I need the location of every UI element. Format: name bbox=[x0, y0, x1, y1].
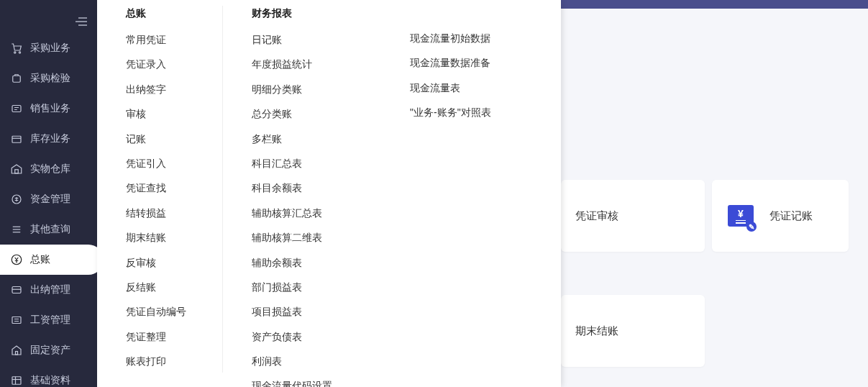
submenu-heading-ledger: 总账 bbox=[110, 6, 209, 27]
warehouse-icon bbox=[10, 163, 23, 176]
submenu-ledger-item-0[interactable]: 常用凭证 bbox=[110, 27, 209, 52]
submenu-report-item-8[interactable]: 辅助核算二维表 bbox=[236, 225, 368, 250]
card-label: 凭证审核 bbox=[575, 209, 618, 223]
submenu-report-item-13[interactable]: 利润表 bbox=[236, 349, 368, 373]
sidebar-item-payroll[interactable]: 工资管理 bbox=[0, 305, 97, 335]
sidebar-label: 工资管理 bbox=[30, 314, 70, 327]
main-sidebar: 采购业务 采购检验 销售业务 库存业务 实物仓库 资金管理 其他 bbox=[0, 0, 97, 387]
svg-rect-6 bbox=[12, 106, 21, 112]
submenu-ledger-item-12[interactable]: 凭证整理 bbox=[110, 324, 209, 349]
sidebar-item-purchase[interactable]: 采购业务 bbox=[0, 33, 97, 63]
submenu-ledger-item-13[interactable]: 账表打印 bbox=[110, 349, 209, 373]
svg-rect-5 bbox=[13, 76, 21, 82]
cashier-icon bbox=[10, 283, 23, 296]
svg-rect-15 bbox=[12, 287, 21, 293]
voucher-post-icon: ¥ ✎ bbox=[726, 201, 755, 230]
ledger-submenu-panel: 总账 常用凭证凭证录入出纳签字审核记账凭证引入凭证查找结转损益期末结账反审核反结… bbox=[97, 0, 561, 387]
sidebar-item-sales[interactable]: 销售业务 bbox=[0, 94, 97, 124]
submenu-column-reports: 财务报表 日记账年度损益统计明细分类账总分类账多栏账科目汇总表科目余额表辅助核算… bbox=[223, 6, 381, 373]
submenu-heading-reports: 财务报表 bbox=[236, 6, 368, 27]
sidebar-label: 其他查询 bbox=[30, 223, 70, 236]
sidebar-collapse-button[interactable] bbox=[0, 9, 97, 33]
svg-rect-9 bbox=[15, 170, 19, 173]
submenu-report-item-4[interactable]: 多栏账 bbox=[236, 127, 368, 151]
inspect-icon bbox=[10, 72, 23, 85]
sidebar-label: 基础资料 bbox=[30, 374, 70, 387]
cart-icon bbox=[10, 42, 23, 55]
svg-point-4 bbox=[19, 52, 20, 53]
svg-rect-18 bbox=[16, 352, 18, 355]
submenu-report-item-9[interactable]: 辅助余额表 bbox=[236, 250, 368, 275]
submenu-report-item-14[interactable]: 现金流量代码设置 bbox=[236, 373, 368, 387]
svg-rect-19 bbox=[12, 377, 21, 385]
submenu-ledger-item-3[interactable]: 审核 bbox=[110, 101, 209, 126]
sidebar-label: 资金管理 bbox=[30, 193, 70, 206]
submenu-cashflow-item-2[interactable]: 现金流量表 bbox=[394, 76, 526, 100]
svg-point-3 bbox=[14, 52, 16, 53]
building-icon bbox=[10, 344, 23, 357]
submenu-ledger-item-1[interactable]: 凭证录入 bbox=[110, 52, 209, 76]
sidebar-item-funds[interactable]: 资金管理 bbox=[0, 184, 97, 214]
submenu-report-item-3[interactable]: 总分类账 bbox=[236, 101, 368, 126]
svg-rect-17 bbox=[12, 317, 21, 324]
sidebar-label: 采购业务 bbox=[30, 42, 70, 55]
submenu-cashflow-item-0[interactable]: 现金流量初始数据 bbox=[394, 26, 526, 50]
submenu-report-item-0[interactable]: 日记账 bbox=[236, 27, 368, 52]
submenu-ledger-item-4[interactable]: 记账 bbox=[110, 127, 209, 151]
sidebar-label: 销售业务 bbox=[30, 102, 70, 115]
submenu-ledger-item-10[interactable]: 反结账 bbox=[110, 275, 209, 299]
payroll-icon bbox=[10, 314, 23, 327]
sidebar-label: 采购检验 bbox=[30, 72, 70, 85]
submenu-report-item-1[interactable]: 年度损益统计 bbox=[236, 52, 368, 76]
card-label: 凭证记账 bbox=[769, 209, 813, 223]
sidebar-item-other-query[interactable]: 其他查询 bbox=[0, 214, 97, 245]
submenu-report-item-5[interactable]: 科目汇总表 bbox=[236, 151, 368, 176]
submenu-ledger-item-11[interactable]: 凭证自动编号 bbox=[110, 299, 209, 324]
ledger-icon bbox=[10, 253, 23, 266]
submenu-ledger-item-9[interactable]: 反审核 bbox=[110, 250, 209, 275]
sidebar-label: 总账 bbox=[30, 253, 50, 266]
list-icon bbox=[10, 223, 23, 236]
sidebar-item-inventory[interactable]: 库存业务 bbox=[0, 124, 97, 154]
sidebar-label: 出纳管理 bbox=[30, 283, 70, 296]
sidebar-label: 实物仓库 bbox=[30, 163, 70, 176]
card-label: 期末结账 bbox=[575, 324, 618, 338]
submenu-cashflow-item-3[interactable]: "业务-账务"对照表 bbox=[394, 100, 526, 124]
sales-icon bbox=[10, 102, 23, 115]
submenu-report-item-12[interactable]: 资产负债表 bbox=[236, 324, 368, 349]
funds-icon bbox=[10, 193, 23, 206]
card-period-close[interactable]: 期末结账 bbox=[561, 295, 705, 367]
svg-rect-7 bbox=[12, 136, 21, 142]
submenu-report-item-7[interactable]: 辅助核算汇总表 bbox=[236, 201, 368, 225]
sidebar-item-fixed-assets[interactable]: 固定资产 bbox=[0, 335, 97, 365]
sidebar-item-purchase-inspect[interactable]: 采购检验 bbox=[0, 63, 97, 94]
card-voucher-post[interactable]: ¥ ✎ 凭证记账 bbox=[712, 180, 849, 252]
submenu-report-item-6[interactable]: 科目余额表 bbox=[236, 176, 368, 200]
data-icon bbox=[10, 374, 23, 387]
submenu-report-item-2[interactable]: 明细分类账 bbox=[236, 77, 368, 101]
quick-action-area: 凭证审核 ¥ ✎ 凭证记账 期末结账 bbox=[561, 0, 868, 387]
submenu-column-ledger: 总账 常用凭证凭证录入出纳签字审核记账凭证引入凭证查找结转损益期末结账反审核反结… bbox=[97, 6, 223, 373]
submenu-ledger-item-6[interactable]: 凭证查找 bbox=[110, 176, 209, 200]
submenu-ledger-item-2[interactable]: 出纳签字 bbox=[110, 77, 209, 101]
sidebar-item-cashier[interactable]: 出纳管理 bbox=[0, 275, 97, 305]
box-icon bbox=[10, 132, 23, 145]
sidebar-item-warehouse[interactable]: 实物仓库 bbox=[0, 154, 97, 184]
submenu-column-cashflow: 现金流量初始数据现金流量数据准备现金流量表"业务-账务"对照表 bbox=[381, 6, 539, 373]
submenu-cashflow-item-1[interactable]: 现金流量数据准备 bbox=[394, 50, 526, 75]
sidebar-item-basic-data[interactable]: 基础资料 bbox=[0, 365, 97, 387]
submenu-ledger-item-8[interactable]: 期末结账 bbox=[110, 225, 209, 250]
card-voucher-audit[interactable]: 凭证审核 bbox=[561, 180, 705, 252]
sidebar-label: 固定资产 bbox=[30, 344, 70, 357]
submenu-ledger-item-5[interactable]: 凭证引入 bbox=[110, 151, 209, 176]
submenu-ledger-item-7[interactable]: 结转损益 bbox=[110, 201, 209, 225]
submenu-report-item-11[interactable]: 项目损益表 bbox=[236, 299, 368, 324]
submenu-report-item-10[interactable]: 部门损益表 bbox=[236, 275, 368, 299]
sidebar-item-ledger[interactable]: 总账 bbox=[0, 245, 103, 275]
sidebar-label: 库存业务 bbox=[30, 132, 70, 145]
